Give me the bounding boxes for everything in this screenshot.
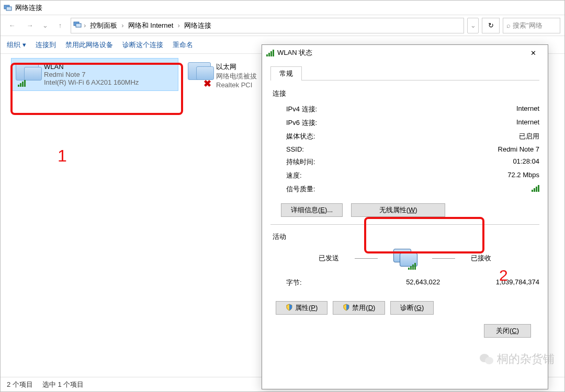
connection-text: 以太网 网络电缆被拔 Realtek PCI [216,62,257,89]
connection-line2: 网络电缆被拔 [216,72,257,81]
shield-icon [343,304,350,311]
signal-icon [532,185,539,192]
dialog-body: 常规 连接 IPv4 连接:Internet IPv6 连接:Internet … [262,61,548,349]
network-icon [4,4,12,12]
nav-up-button[interactable]: ↑ [53,18,67,33]
bytes-label: 字节: [286,278,360,287]
network-icon [73,20,82,30]
activity-diagram: 已发送 已接收 [270,249,539,268]
diagnose-button[interactable]: 诊断(G) [390,301,434,315]
search-placeholder: 搜索"网络 [513,21,543,30]
breadcrumb-seg[interactable]: 网络连接 [182,20,213,31]
nav-recent-button[interactable]: ⌄ [40,18,50,33]
search-icon: ⌕ [506,21,511,29]
media-value: 已启用 [519,132,539,141]
bytes-recv-value: 1,039,784,374 [460,278,539,287]
speed-value: 72.2 Mbps [507,171,539,180]
close-button[interactable]: 关闭(C) [484,324,531,338]
watermark-text: 桐的杂货铺 [497,351,555,367]
connection-icon [16,63,39,86]
media-label: 媒体状态: [286,132,315,141]
connection-text: WLAN Redmi Note 7 Intel(R) Wi-Fi 6 AX201… [44,63,139,86]
toolbar-organize[interactable]: 组织 ▾ [7,40,26,50]
section-connection-label: 连接 [273,89,539,98]
breadcrumb-seg[interactable]: 网络和 Internet [126,20,176,31]
activity-recv-label: 已接收 [471,253,491,263]
watermark: 桐的杂货铺 [479,351,555,367]
titlebar: 网络连接 [1,1,564,15]
quality-label: 信号质量: [286,185,315,194]
window-title: 网络连接 [15,3,42,13]
ipv4-value: Internet [516,105,539,114]
chevron-right-icon: › [177,21,179,29]
disable-button[interactable]: 禁用(D) [333,301,385,315]
toolbar-rename[interactable]: 重命名 [173,40,193,50]
svg-point-5 [485,357,493,364]
refresh-button[interactable]: ↻ [482,18,500,33]
search-input[interactable]: ⌕ 搜索"网络 [503,18,560,33]
activity-computer-icon [393,249,416,268]
details-button[interactable]: 详细信息(E)... [281,203,343,217]
chevron-right-icon: › [84,21,86,29]
nav-back-button[interactable]: ← [5,18,19,33]
connection-name: WLAN [44,63,139,71]
connection-line3: Intel(R) Wi-Fi 6 AX201 160MHz [44,78,139,86]
connection-line2: Redmi Note 7 [44,71,139,78]
connection-item-wlan[interactable]: WLAN Redmi Note 7 Intel(R) Wi-Fi 6 AX201… [11,58,178,91]
section-activity-label: 活动 [273,232,539,241]
connection-line3: Realtek PCI [216,81,257,89]
duration-label: 持续时间: [286,157,315,167]
signal-icon [18,79,26,87]
status-selected-count: 选中 1 个项目 [42,380,84,389]
toolbar-diagnose[interactable]: 诊断这个连接 [122,40,163,50]
connection-name: 以太网 [216,62,257,72]
tab-general[interactable]: 常规 [270,66,302,80]
tab-strip: 常规 [270,66,539,80]
ssid-label: SSID: [286,145,304,153]
bytes-sent-value: 52,643,022 [360,278,440,287]
wechat-icon [479,353,494,365]
shield-icon [286,304,293,311]
breadcrumb[interactable]: › 控制面板 › 网络和 Internet › 网络连接 [71,18,464,33]
nav-forward-button[interactable]: → [22,18,37,33]
signal-icon [266,49,274,56]
wireless-properties-button[interactable]: 无线属性(W) [351,203,445,217]
toolbar-disable[interactable]: 禁用此网络设备 [65,40,113,50]
svg-rect-3 [76,24,81,27]
toolbar-connect-to[interactable]: 连接到 [36,40,56,50]
activity-sent-label: 已发送 [319,253,339,263]
ssid-value: Redmi Note 7 [498,145,539,153]
status-item-count: 2 个项目 [7,380,33,389]
dialog-title: WLAN 状态 [277,48,523,57]
speed-label: 速度: [286,171,302,180]
dialog-close-button[interactable]: ✕ [523,47,544,59]
breadcrumb-seg[interactable]: 控制面板 [88,20,119,31]
disconnected-x-icon: ✖ [204,78,211,89]
quality-value [532,185,539,194]
connection-icon: ✖ [188,62,211,85]
ipv6-value: Internet [516,118,539,128]
wlan-status-dialog: WLAN 状态 ✕ 常规 连接 IPv4 连接:Internet IPv6 连接… [262,44,548,389]
ipv4-label: IPv4 连接: [286,105,317,114]
dialog-titlebar: WLAN 状态 ✕ [262,45,548,61]
svg-rect-1 [6,7,12,10]
ipv6-label: IPv6 连接: [286,118,317,128]
address-row: ← → ⌄ ↑ › 控制面板 › 网络和 Internet › 网络连接 ⌄ ↻… [1,15,564,36]
duration-value: 01:28:04 [513,157,539,167]
properties-button[interactable]: 属性(P) [276,301,327,315]
breadcrumb-dropdown-button[interactable]: ⌄ [467,18,479,33]
chevron-right-icon: › [121,21,123,29]
